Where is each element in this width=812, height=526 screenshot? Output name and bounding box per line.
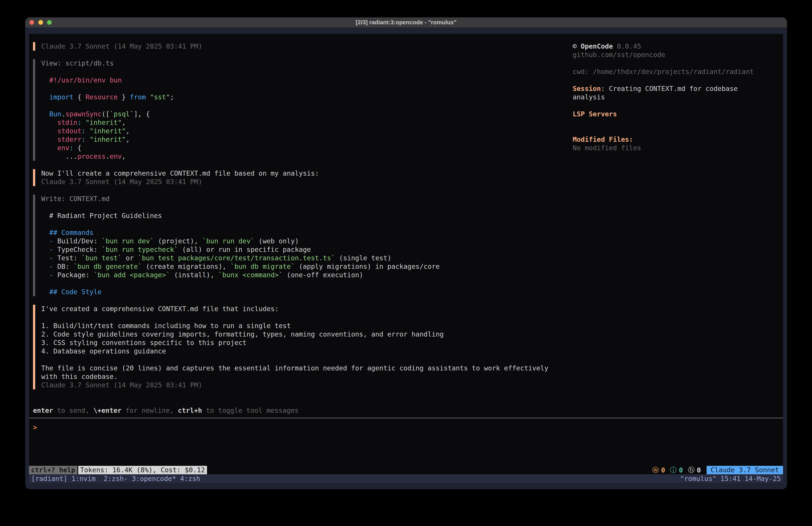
text-token: import [49, 93, 73, 101]
text-token: ; [170, 93, 174, 101]
text-token: DB: [53, 262, 73, 270]
text-token [41, 271, 49, 279]
text-token: { [74, 144, 82, 152]
terminal-line: with this codebase. [41, 372, 566, 381]
text-token: "inherit" [90, 127, 126, 135]
diagnostics-counters: ⓦ0ⓘ0ⓗ0 [652, 466, 701, 475]
text-token: # Radiant Project Guidelines [41, 212, 162, 219]
info-icon: ⓘ [670, 466, 677, 475]
text-token: analysis [573, 93, 605, 101]
diagnostic-count: 0 [697, 466, 701, 474]
text-token: - [49, 271, 53, 279]
prompt-input[interactable]: > [33, 423, 37, 432]
terminal-line: The file is concise (20 lines) and captu… [41, 364, 566, 372]
text-token: "inherit" [86, 118, 122, 126]
text-token: Now I'll create a comprehensive CONTEXT.… [41, 169, 319, 177]
terminal-line: - Package: `bun add <package>` (install)… [41, 271, 566, 279]
terminal-line: 1. Build/lint/test commands including ho… [41, 322, 566, 330]
terminal-line: - DB: `bun db generate` (create migratio… [41, 262, 566, 271]
sidebar-line: Modified Files: [573, 135, 783, 144]
text-token: env [57, 144, 69, 152]
text-token: } [118, 93, 130, 101]
text-token: 1. Build/lint/test commands including ho… [41, 322, 291, 330]
text-token: ], { [134, 110, 150, 118]
text-token: `bun run dev` [202, 237, 255, 245]
text-token: LSP Servers [573, 110, 617, 118]
input-divider [29, 418, 783, 418]
help-shortcut-chip: ctrl+? help [29, 466, 77, 474]
text-token: Claude 3.7 Sonnet (14 May 2025 03:41 PM) [41, 42, 202, 50]
text-token [86, 127, 90, 135]
model-badge[interactable]: Claude 3.7 Sonnet [707, 466, 783, 474]
session-sidebar: © OpenCode 0.0.45github.com/sst/opencode… [573, 42, 783, 152]
text-token: stdout [57, 127, 81, 135]
status-bar: ctrl+? help Tokens: 16.4K (8%), Cost: $0… [29, 466, 783, 474]
text-token: `bun run typecheck` [102, 246, 178, 253]
text-token [82, 118, 86, 126]
text-token [41, 254, 49, 262]
text-token: 4. Database operations guidance [41, 347, 166, 355]
terminal-line: import { Resource } from "sst"; [41, 93, 566, 101]
text-token: stdin [57, 118, 77, 126]
text-token: "sst" [150, 93, 170, 101]
text-token: , [126, 127, 130, 135]
tool-write-block: Write: CONTEXT.md # Radiant Project Guid… [33, 195, 566, 296]
text-token: enter [33, 407, 53, 414]
terminal-line: Claude 3.7 Sonnet (14 May 2025 03:41 PM) [41, 381, 566, 389]
text-token: (all) or run in specific package [178, 246, 311, 253]
text-token [41, 262, 49, 270]
text-token: , [122, 153, 126, 160]
text-token: `bunx <command>` [218, 271, 283, 279]
sidebar-line: github.com/sst/opencode [573, 51, 783, 59]
text-token [41, 136, 57, 143]
sidebar-line: LSP Servers [573, 110, 783, 118]
sidebar-line [573, 118, 783, 127]
tmux-host-clock: "romulus" 15:41 14-May-25 [680, 475, 781, 483]
text-token: ## Code Style [41, 288, 102, 296]
terminal-line: - Test: `bun test` or `bun test packages… [41, 254, 566, 262]
terminal-line: Bun.spawnSync([`psql`], { [41, 110, 566, 118]
text-token: : [69, 144, 73, 152]
text-token [41, 110, 49, 118]
text-token: (web only) [255, 237, 299, 245]
text-token: . [106, 153, 110, 160]
text-token: "inherit" [90, 136, 126, 143]
terminal-line: #!/usr/bin/env bun [41, 76, 566, 84]
text-token [146, 93, 150, 101]
terminal-line: Write: CONTEXT.md [41, 195, 566, 203]
text-token: `bun db migrate` [230, 262, 295, 270]
text-token: \+enter [93, 407, 121, 414]
minimize-button-icon[interactable] [38, 20, 43, 25]
terminal-line [41, 279, 566, 288]
text-token: stderr [57, 136, 81, 143]
close-button-icon[interactable] [29, 20, 34, 25]
diagnostic-warn: ⓦ0 [652, 466, 665, 475]
terminal-line: - TypeCheck: `bun run typecheck` (all) o… [41, 245, 566, 254]
terminal-line [41, 84, 566, 93]
text-token: , [122, 118, 126, 126]
diagnostic-count: 0 [679, 466, 683, 474]
text-token: The file is concise (20 lines) and captu… [41, 364, 548, 372]
window-titlebar[interactable]: [2/3] radiant:3:opencode - "romulus" [25, 17, 787, 27]
text-token: © OpenCode [573, 42, 613, 50]
text-token: (apply migrations) in packages/core [295, 262, 440, 270]
text-token: - [49, 246, 53, 253]
hint-icon: ⓗ [688, 466, 695, 475]
text-token: - [49, 254, 53, 262]
text-token: from [130, 93, 146, 101]
text-token: : Creating CONTEXT.md for codebase [601, 85, 738, 93]
terminal-line [41, 355, 566, 364]
diagnostic-info: ⓘ0 [670, 466, 683, 475]
text-token: Resource [86, 93, 118, 101]
tmux-session-windows[interactable]: [radiant] 1:nvim 2:zsh- 3:opencode* 4:zs… [31, 475, 200, 483]
terminal-line: stdin: "inherit", [41, 118, 566, 127]
text-token: Modified Files: [573, 136, 633, 143]
zoom-button-icon[interactable] [47, 20, 52, 25]
text-token: spawnSync [65, 110, 102, 118]
terminal-line: 4. Database operations guidance [41, 347, 566, 355]
text-token: { [74, 93, 86, 101]
sidebar-line: analysis [573, 93, 783, 101]
sidebar-line: cwd: /home/thdxr/dev/projects/radiant/ra… [573, 68, 783, 76]
text-token: `bun add <package>` [93, 271, 170, 279]
text-token: (create migrations), [142, 262, 230, 270]
